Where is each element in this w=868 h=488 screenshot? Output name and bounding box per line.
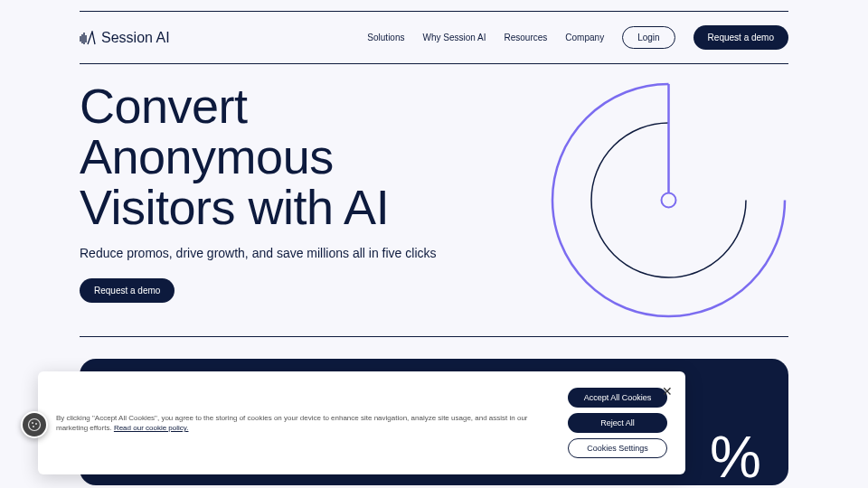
hero-copy: Convert Anonymous Visitors with AI Reduc… <box>80 80 437 320</box>
cookie-policy-link[interactable]: Read our cookie policy. <box>114 424 189 432</box>
hero-title-line2: Anonymous <box>80 129 334 183</box>
hero-sub: Reduce promos, drive growth, and save mi… <box>80 245 437 262</box>
nav-right: Solutions Why Session AI Resources Compa… <box>367 25 788 50</box>
cookie-badge-icon[interactable] <box>21 411 48 438</box>
cookie-text: By clicking "Accept All Cookies", you ag… <box>56 413 550 433</box>
nav-link-solutions[interactable]: Solutions <box>367 33 404 42</box>
svg-point-4 <box>35 423 37 425</box>
brand-logo[interactable]: Session AI <box>80 30 170 46</box>
hero-sub-plain: Reduce promos, drive growth, and save mi… <box>80 246 353 260</box>
svg-point-1 <box>662 193 676 208</box>
close-icon[interactable]: ✕ <box>662 384 673 399</box>
nav-demo-button[interactable]: Request a demo <box>693 25 788 50</box>
hero-demo-button[interactable]: Request a demo <box>80 278 175 303</box>
cookie-settings-button[interactable]: Cookies Settings <box>568 438 667 458</box>
hero-graphic <box>549 80 788 320</box>
svg-point-2 <box>29 419 41 431</box>
brand-name: Session AI <box>101 30 170 46</box>
nav-link-resources[interactable]: Resources <box>505 33 548 42</box>
logo-icon <box>80 31 96 45</box>
nav-link-why[interactable]: Why Session AI <box>422 33 486 42</box>
reject-cookies-button[interactable]: Reject All <box>568 413 667 433</box>
accept-cookies-button[interactable]: Accept All Cookies <box>568 388 667 408</box>
hero-section: Convert Anonymous Visitors with AI Reduc… <box>80 64 788 337</box>
svg-point-5 <box>33 426 34 427</box>
cookie-banner: By clicking "Accept All Cookies", you ag… <box>38 371 685 474</box>
svg-point-3 <box>32 422 33 424</box>
cookie-buttons: Accept All Cookies Reject All Cookies Se… <box>568 388 667 458</box>
radial-gauge-icon <box>549 80 788 320</box>
percent-icon: % <box>710 424 761 485</box>
nav-link-company[interactable]: Company <box>565 33 604 42</box>
login-button[interactable]: Login <box>622 26 675 49</box>
hero-title-line3: Visitors with AI <box>80 180 389 234</box>
hero-title: Convert Anonymous Visitors with AI <box>80 80 437 232</box>
hero-title-line1: Convert <box>80 79 248 133</box>
top-nav: Session AI Solutions Why Session AI Reso… <box>80 11 788 64</box>
hero-sub-bold: all in five clicks <box>353 246 437 260</box>
